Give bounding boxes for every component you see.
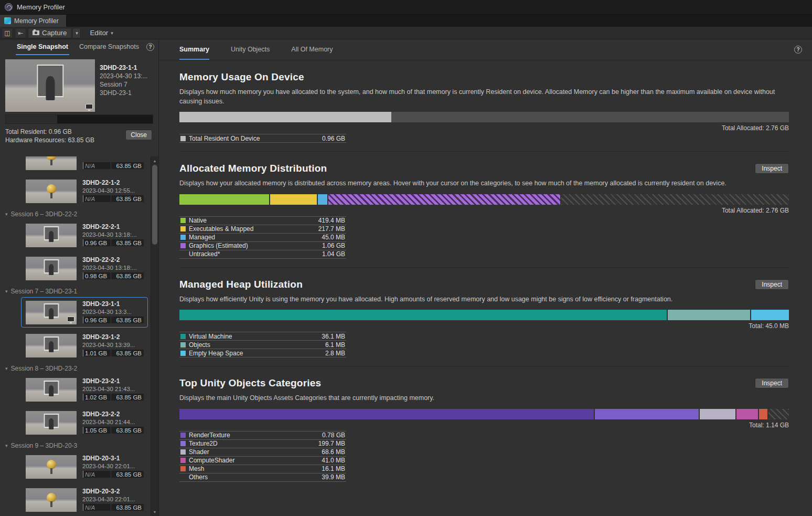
legend-value: 199.7 MB [318, 440, 345, 447]
snapshot-row[interactable]: 3DHD-23-2-22023-04-30 21:44...1.05 GB63.… [21, 407, 148, 438]
inspect-button[interactable]: Inspect [755, 163, 789, 174]
resident-value: 0.98 GB [85, 273, 107, 279]
legend-swatch [180, 441, 186, 446]
capture-button[interactable]: Capture [28, 28, 71, 38]
import-snapshot-button[interactable]: ⇤ [15, 28, 26, 38]
panel-layout-icon: ◫ [4, 29, 10, 37]
snapshot-date: 2023-04-30 12:55... [82, 187, 144, 194]
memory-profiler-icon [4, 17, 11, 24]
collapse-triangle-icon[interactable]: ▾ [5, 212, 8, 217]
collapse-triangle-icon[interactable]: ▾ [5, 366, 8, 371]
snapshot-row[interactable]: 3DHD-20-3-22023-04-30 22:01...N/A63.85 G… [21, 485, 148, 515]
snapshot-row[interactable]: 3DHD-20-3-12023-04-30 22:01...N/A63.85 G… [21, 451, 148, 482]
capture-label: Capture [42, 29, 67, 37]
section-legend: Virtual Machine36.1 MBObjects6.1 MBEmpty… [179, 332, 346, 357]
bar-segment-managed[interactable] [318, 194, 327, 205]
snapshot-date: 2023-04-30 13:39... [82, 342, 144, 349]
sidebar-help-icon[interactable]: ? [146, 43, 154, 51]
hardware-value: 63.85 GB [116, 504, 142, 511]
snapshot-row[interactable]: 3DHD-22-2-22023-04-30 13:18:...0.98 GB63… [21, 253, 148, 283]
window-tabstrip: Memory Profiler [0, 15, 812, 27]
legend-row: Empty Heap Space2.8 MB [179, 349, 346, 357]
memory-bar [179, 194, 789, 205]
snapshot-thumbnail [26, 334, 77, 357]
legend-value: 68.6 MB [322, 448, 345, 456]
bar-segment-graphics-estimated[interactable] [328, 194, 560, 205]
collapse-triangle-icon[interactable]: ▾ [5, 289, 8, 294]
snapshot-row[interactable]: 3DHD-23-1-22023-04-30 13:39...1.01 GB63.… [21, 330, 148, 361]
resident-value: 1.02 GB [85, 394, 107, 401]
snapshot-name: 3DHD-23-1-2 [82, 334, 144, 341]
snapshot-row[interactable]: 3DHD-23-2-12023-04-30 21:43...1.02 GB63.… [21, 374, 148, 405]
scroll-down-arrow[interactable]: ▼ [151, 508, 158, 515]
thumbnail-figure [46, 76, 55, 100]
section-legend: Native419.4 MBExecutables & Mapped217.7 … [179, 216, 346, 259]
bar-segment-virtual-machine[interactable] [179, 310, 667, 320]
inspect-button[interactable]: Inspect [755, 378, 789, 388]
section-legend: Total Resident On Device0.96 GB [179, 134, 346, 143]
scrollbar-thumb[interactable] [152, 165, 157, 245]
legend-row: RenderTexture0.78 GB [179, 431, 346, 440]
legend-row: Executables & Mapped217.7 MB [179, 225, 346, 234]
snapshot-thumbnail [26, 455, 77, 479]
legend-swatch [180, 458, 186, 463]
snapshot-name: 3DHD-23-2-1 [82, 378, 144, 385]
bar-segment-texture2d[interactable] [595, 409, 699, 419]
bar-segment-allocated-remainder[interactable] [391, 112, 789, 122]
bar-segment-native[interactable] [179, 194, 269, 205]
tab-memory-profiler[interactable]: Memory Profiler [0, 15, 67, 27]
close-snapshot-button[interactable]: Close [125, 130, 152, 140]
legend-row: Graphics (Estimated)1.06 GB [179, 242, 346, 250]
collapse-triangle-icon[interactable]: ▾ [5, 443, 8, 448]
snapshot-row[interactable]: 2023-04-30 12:54...N/A63.85 GB [21, 156, 148, 173]
capture-dropdown-caret[interactable]: ▾ [72, 28, 81, 38]
snapshot-row[interactable]: 3DHD-22-2-12023-04-30 13:18:...0.96 GB63… [21, 220, 148, 250]
tab-unity-objects[interactable]: Unity Objects [231, 39, 270, 60]
profiler-app-icon [5, 3, 13, 11]
bar-segment-computeshader[interactable] [736, 409, 757, 419]
legend-label: Virtual Machine [189, 333, 318, 340]
snapshot-row[interactable]: 3DHD-22-1-22023-04-30 12:55...N/A63.85 G… [21, 176, 148, 206]
open-snapshot-card: 3DHD-23-1-1 2023-04-30 13:... Session 7 … [5, 59, 153, 144]
legend-value: 1.04 GB [322, 250, 345, 258]
screen-badge-icon [86, 104, 93, 109]
bar-segment-rendertexture[interactable] [179, 409, 594, 419]
tab-single-snapshot[interactable]: Single Snapshot [16, 39, 69, 55]
main-help-icon[interactable]: ? [794, 46, 802, 54]
bar-segment-shader[interactable] [700, 409, 735, 419]
tab-summary[interactable]: Summary [179, 39, 209, 60]
panel-toggle-button[interactable]: ◫ [2, 28, 13, 38]
section-header: Managed Heap UtilizationInspect [179, 279, 789, 290]
snapshot-name: 3DHD-22-1-2 [82, 180, 144, 186]
legend-value: 41.0 MB [322, 457, 345, 464]
camera-icon [33, 30, 39, 35]
snapshot-name: 3DHD-23-1-1 [82, 301, 144, 308]
sidebar-scrollbar[interactable]: ▲ ▼ [151, 156, 158, 516]
bar-segment-mesh[interactable] [759, 409, 767, 419]
bar-segment-empty-heap-space[interactable] [751, 310, 789, 320]
session-header: ▾Session 6 – 3DHD-22-2 [0, 209, 150, 219]
legend-row: Others39.9 MB [179, 473, 346, 482]
bar-segment-objects[interactable] [668, 310, 750, 320]
open-snapshot-name: 3DHD-23-1-1 [100, 64, 153, 72]
bar-segment-others[interactable] [768, 409, 789, 419]
single-snapshot-label: Single Snapshot [17, 43, 68, 50]
inspect-button[interactable]: Inspect [755, 279, 789, 290]
tab-all-of-memory[interactable]: All Of Memory [291, 39, 333, 60]
snapshot-memory-values: 1.01 GB63.85 GB [82, 349, 144, 357]
tab-compare-snapshots[interactable]: Compare Snapshots [78, 39, 140, 55]
bar-segment-untracked[interactable] [561, 194, 789, 205]
legend-label: Mesh [189, 465, 318, 472]
snapshot-row[interactable]: 3DHD-23-1-12023-04-30 13:3...0.96 GB63.8… [21, 297, 148, 328]
thumbnail-figure [49, 308, 54, 319]
section-title: Memory Usage On Device [179, 71, 304, 83]
thumbnail-figure [49, 264, 54, 275]
thumbnail-figure [49, 341, 54, 352]
scroll-up-arrow[interactable]: ▲ [151, 157, 158, 164]
hardware-value: 63.85 GB [116, 471, 142, 478]
bar-segment-total-resident[interactable] [179, 112, 391, 122]
editor-dropdown[interactable]: Editor ▾ [86, 28, 117, 38]
snapshot-name: 3DHD-22-2-1 [82, 224, 144, 230]
snapshot-date: 2023-04-30 22:01... [82, 463, 144, 470]
bar-segment-executables-mapped[interactable] [270, 194, 317, 205]
